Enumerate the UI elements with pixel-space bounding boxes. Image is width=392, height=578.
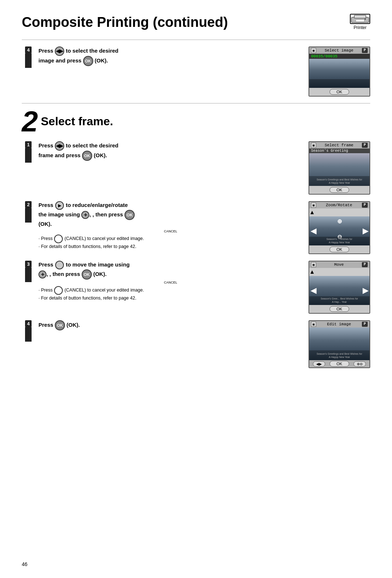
- screen-title-edit: Edit image: [327, 322, 351, 326]
- screen-title-select-image: Select image: [324, 48, 353, 53]
- screen-subtitle-frame: Season's Greeting: [309, 148, 369, 153]
- cancel-super-3: CANCEL: [38, 280, 303, 285]
- screen-icon-zoom: ▦: [311, 203, 316, 208]
- screen-move: ▦ Move P ▲ ◀ Season's Gree... Best Wishe…: [309, 261, 370, 314]
- screen-icon-left: ▦: [311, 48, 316, 53]
- screen-icon-move: ▦: [311, 262, 316, 267]
- left-arrow-move: ◀: [311, 286, 316, 295]
- section2-heading-row: 2 Select frame.: [22, 110, 370, 136]
- title-divider: [22, 40, 370, 40]
- page-number: 46: [22, 561, 28, 567]
- substep4-text: Press OK (OK).: [38, 320, 303, 330]
- substep3-text: Press to move the image using ✛, , then …: [38, 261, 303, 280]
- substep1-instruction: Press ◀▶ to select the desired frame and…: [35, 141, 303, 162]
- press-label-2: Press: [38, 202, 53, 208]
- step-marker-1: 1: [22, 141, 35, 163]
- screen-ok-bar-select: OK: [309, 88, 369, 96]
- screen-titlebar-select-image: ▦ Select image P: [309, 47, 369, 54]
- btn-right-icon: ▶: [55, 201, 64, 210]
- note2-2: · For details of button functions, refer…: [38, 243, 303, 250]
- move-up-arrow: ▲: [309, 269, 315, 275]
- screen-titlebar-move: ▦ Move P: [309, 261, 369, 268]
- move-top-ctrl: ▲: [309, 268, 369, 276]
- zoom-ctrl-top: ▲: [309, 209, 369, 216]
- minus-icon: ⊖: [337, 233, 342, 240]
- sub-step-4-row: 4 Press OK (OK). ▦ Edit image P Season's…: [22, 320, 370, 368]
- screen-title-move: Move: [334, 262, 344, 267]
- zoom-thumbnail: ⊕ ⊖ Season's ... Wishes forA Happy New Y…: [309, 216, 369, 245]
- note2-text-2: For details of button functions, refer t…: [41, 244, 136, 249]
- screen-edit-bottom: ◀▶ OK ⊕⊖: [309, 360, 369, 367]
- screen-image-move: ◀ Season's Gree... Best Wishes forA Hap.…: [309, 276, 369, 305]
- ok-btn-edit: OK: [330, 361, 349, 367]
- step-marker-3: 3: [22, 261, 35, 282]
- ok-icon-2: OK: [124, 210, 135, 220]
- step-marker-2: 2: [22, 201, 35, 223]
- ok-text-2: OK: [40, 221, 49, 227]
- printer-icon: [350, 14, 370, 24]
- move-greeting: Season's Gree... Best Wishes forA Hap...…: [309, 297, 369, 304]
- substep2-notes: CANCEL · Press (CANCEL) to cancel your e…: [38, 230, 303, 250]
- edit-greeting: Season's Greetings and Best Wishes forA …: [309, 353, 369, 359]
- step-bar-ext-4b: [25, 327, 32, 342]
- cancel-note-3: CANCEL · Press (CANCEL) to cancel your e…: [38, 281, 303, 295]
- screen-image-frame: Season's Greetings and Best Wishes forA …: [309, 153, 369, 186]
- substep2-instruction: Press ▶ to reduce/enlarge/rotate the ima…: [35, 201, 303, 250]
- zoom-top-ctrl: ▲: [309, 208, 369, 216]
- p-badge-select-image: P: [362, 48, 368, 53]
- screen-titlebar-frame: ▦ Select frame P: [309, 142, 369, 148]
- section2-number: 2: [22, 107, 38, 136]
- step-bar-ext-3: [25, 268, 32, 282]
- p-badge-edit: P: [362, 322, 368, 327]
- section-step4-top: 4 Press ◀▶ to select the desired image a…: [22, 46, 370, 97]
- step-number-4b: 4: [25, 320, 32, 327]
- left-arrow-zoom: ◀: [311, 227, 316, 235]
- note2-text-3: For details of button functions, refer t…: [41, 296, 136, 301]
- note1-2: (CANCEL) to cancel your edited image.: [65, 236, 144, 241]
- step4-text: Press ◀▶ to select the desired image and…: [38, 46, 303, 66]
- edit-btn-left: ◀▶: [313, 361, 325, 367]
- ok-btn-frame: OK: [330, 187, 349, 193]
- step-bar-4b: 4: [25, 320, 32, 327]
- svg-rect-1: [354, 15, 366, 18]
- screen-image-select: [309, 59, 369, 88]
- screen-titlebar-edit: ▦ Edit image P: [309, 321, 369, 327]
- cancel-icon-3: [54, 286, 63, 295]
- step4-instruction: Press ◀▶ to select the desired image and…: [35, 46, 303, 68]
- section-divider-2: [22, 103, 370, 103]
- dpad-icon-2: ✛: [81, 211, 89, 219]
- sub-step-2-row: 2 Press ▶ to reduce/enlarge/rotate the i…: [22, 201, 370, 254]
- dpad-icon-1: ◀▶: [55, 141, 64, 151]
- note2-3: · For details of button functions, refer…: [38, 295, 303, 302]
- image-press-label: image and press: [38, 57, 81, 64]
- landscape-thumbnail: [309, 59, 369, 88]
- ok-icon-1: OK: [82, 151, 92, 161]
- p-badge-frame: P: [362, 143, 368, 148]
- ok-button-icon: OK: [83, 56, 93, 66]
- btn-icon-3: [55, 261, 64, 269]
- cancel-icon-2: [54, 235, 63, 243]
- edit-btn-right: ⊕⊖: [354, 361, 366, 367]
- screen-select-image: ▦ Select image P 00035/00035 OK: [309, 46, 370, 97]
- cancel-super-2: CANCEL: [38, 229, 303, 234]
- screen-image-edit: Season's Greetings and Best Wishes forA …: [309, 327, 369, 360]
- page-title: Composite Printing (continued): [22, 15, 228, 30]
- screen-icon-edit: ▦: [311, 322, 316, 327]
- then-press-3: , then press: [49, 271, 80, 277]
- step-number-4-top: 4: [25, 46, 32, 53]
- step-bar-3: 3: [25, 261, 32, 268]
- frame-press: frame and press: [38, 152, 81, 158]
- screen-title-zoom: Zoom/Rotate: [326, 203, 352, 207]
- press-label: Press: [38, 48, 53, 54]
- screen-ok-bar-move: OK: [309, 305, 369, 313]
- step-bar-ext-4-top: [25, 53, 32, 68]
- ok-icon-4b: OK: [55, 320, 65, 330]
- step-bar-1: 1: [25, 141, 32, 148]
- to-select-label: to select the desired: [66, 48, 118, 54]
- ok-btn-move: OK: [330, 306, 349, 312]
- dpad-icon-3: ✛: [38, 270, 46, 278]
- reduce-enlarge: to reduce/enlarge/rotate: [66, 202, 128, 208]
- sub-step-3-row: 3 Press to move the image using ✛, , the…: [22, 261, 370, 314]
- press-label-4b: Press: [38, 322, 53, 328]
- screen-title-frame: Select frame: [324, 143, 353, 147]
